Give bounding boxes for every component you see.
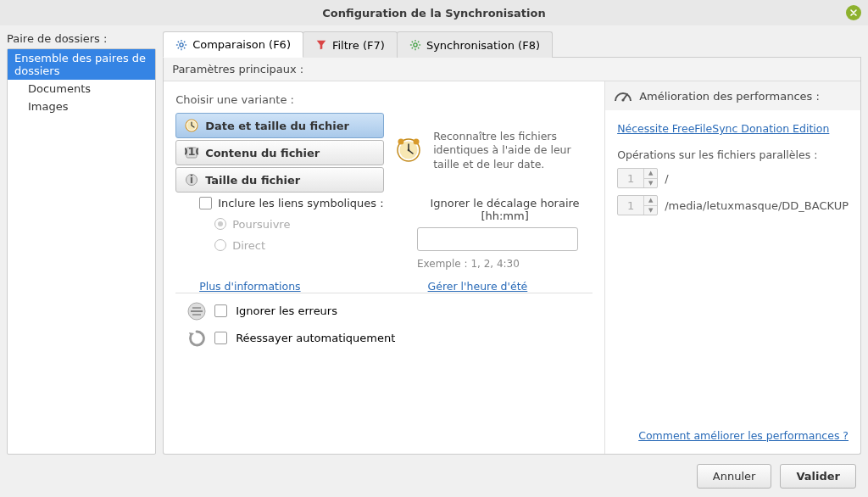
close-icon (849, 8, 858, 17)
spinner-down[interactable]: ▼ (644, 206, 657, 215)
cancel-button[interactable]: Annuler (697, 464, 772, 489)
svg-point-28 (408, 149, 410, 152)
variant-description: Reconnaître les fichiers identiques à l'… (433, 130, 593, 171)
symlinks-checkbox-row: Inclure les liens symboliques : (199, 197, 392, 209)
tab-filter-label: Filtre (F7) (332, 39, 385, 52)
sync-gear-icon (409, 39, 421, 51)
ops-path-0: / (665, 172, 668, 185)
info-icon: i (185, 173, 198, 187)
clock-illustration-icon (396, 137, 421, 163)
more-info-link[interactable]: Plus d'informations (199, 280, 300, 293)
tz-label: Ignorer le décalage horaire [hh:mm] (417, 197, 593, 222)
tz-example: Exemple : 1, 2, 4:30 (417, 258, 593, 270)
symlink-direct-radio[interactable] (214, 239, 226, 251)
tab-comparison-content: Paramètres principaux : Choisir une vari… (163, 58, 861, 455)
titlebar: Configuration de la Synchronisation (0, 0, 868, 25)
tab-sync[interactable]: Synchronisation (F8) (397, 31, 553, 58)
tabs: Comparaison (F6) Filtre (F7) Synchronisa… (163, 31, 861, 58)
binary-icon: 010 (185, 146, 198, 159)
close-button[interactable] (846, 5, 861, 20)
symlink-follow-label: Poursuivre (232, 218, 290, 231)
variant-content-button[interactable]: 010 Contenu du fichier (175, 140, 384, 165)
sync-config-window: Configuration de la Synchronisation Pair… (0, 0, 868, 497)
ignore-errors-label: Ignorer les erreurs (236, 304, 337, 317)
perf-howto-link[interactable]: Comment améliorer les performances ? (638, 429, 849, 442)
svg-line-14 (412, 42, 413, 42)
ops-row-0: 1 ▲▼ / (617, 168, 849, 188)
right-column: Amélioration des performances : Nécessit… (604, 81, 860, 454)
dialog-footer: Annuler Valider (0, 455, 868, 497)
folder-pair-list: Ensemble des paires de dossiers Document… (7, 48, 156, 455)
svg-line-6 (184, 47, 185, 47)
svg-line-8 (184, 41, 185, 42)
clock-icon (185, 119, 198, 132)
window-title: Configuration de la Synchronisation (322, 7, 545, 20)
funnel-icon (315, 39, 327, 51)
variant-time-size-button[interactable]: Date et taille du fichier (175, 113, 384, 138)
ok-button[interactable]: Valider (780, 464, 856, 489)
main-params-header: Paramètres principaux : (164, 58, 860, 81)
retry-label: Réessayer automatiquement (236, 332, 395, 344)
left-column: Choisir une variante : Date et taille du… (164, 81, 604, 454)
choose-variant-label: Choisir une variante : (175, 93, 593, 106)
variant-size-label: Taille du fichier (205, 174, 300, 187)
warning-suppress-icon (187, 302, 206, 321)
svg-line-16 (412, 47, 413, 48)
svg-point-9 (414, 43, 417, 47)
sidebar-label: Paire de dossiers : (7, 31, 156, 48)
perf-header: Amélioration des performances : (605, 81, 860, 110)
symlink-direct-label: Direct (232, 239, 265, 252)
parallel-spinner-1[interactable]: 1 ▲▼ (617, 195, 658, 215)
svg-point-27 (414, 139, 420, 145)
svg-point-30 (622, 98, 625, 101)
tz-input[interactable] (417, 227, 578, 251)
spinner-down[interactable]: ▼ (644, 179, 657, 188)
svg-point-26 (398, 139, 404, 145)
variant-size-button[interactable]: i Taille du fichier (175, 167, 384, 193)
tab-sync-label: Synchronisation (F8) (426, 39, 540, 52)
perf-header-label: Amélioration des performances : (639, 90, 820, 103)
sidebar: Paire de dossiers : Ensemble des paires … (7, 31, 156, 455)
speedometer-icon (614, 88, 632, 103)
variant-content-label: Contenu du fichier (205, 147, 320, 159)
ops-path-1: /media/letuxmasque/DD_BACKUP (665, 199, 849, 212)
svg-text:i: i (190, 173, 193, 186)
ops-row-1: 1 ▲▼ /media/letuxmasque/DD_BACKUP (617, 195, 849, 215)
tab-comparison[interactable]: Comparaison (F6) (163, 31, 303, 58)
tab-comparison-label: Comparaison (F6) (192, 38, 291, 51)
parallel-spinner-0[interactable]: 1 ▲▼ (617, 168, 658, 188)
symlinks-checkbox[interactable] (199, 197, 212, 209)
sidebar-item-all-pairs[interactable]: Ensemble des paires de dossiers (8, 49, 155, 80)
retry-checkbox[interactable] (214, 332, 227, 344)
svg-line-15 (418, 47, 419, 48)
ignore-errors-checkbox[interactable] (214, 304, 227, 317)
spinner-value: 1 (618, 196, 643, 215)
variant-time-size-label: Date et taille du fichier (205, 120, 349, 132)
main-panel: Comparaison (F6) Filtre (F7) Synchronisa… (163, 31, 861, 455)
tab-filter[interactable]: Filtre (F7) (303, 31, 398, 58)
svg-text:010: 010 (185, 146, 198, 158)
symlinks-label: Inclure les liens symboliques : (218, 197, 383, 209)
retry-icon (187, 329, 206, 348)
spinner-value: 1 (618, 169, 643, 187)
parallel-ops-label: Opérations sur les fichiers parallèles : (617, 148, 849, 161)
donation-required-link[interactable]: Nécessite FreeFileSync Donation Edition (617, 122, 849, 135)
svg-line-17 (418, 42, 419, 42)
gear-icon (175, 39, 187, 51)
svg-line-7 (178, 47, 179, 47)
symlink-follow-radio[interactable] (214, 218, 226, 230)
sidebar-item-documents[interactable]: Documents (8, 80, 155, 98)
spinner-up[interactable]: ▲ (644, 169, 657, 179)
svg-line-5 (178, 41, 179, 42)
spinner-up[interactable]: ▲ (644, 196, 657, 206)
sidebar-item-images[interactable]: Images (8, 98, 155, 115)
dst-link[interactable]: Gérer l'heure d'été (428, 280, 528, 293)
svg-point-0 (180, 42, 183, 46)
